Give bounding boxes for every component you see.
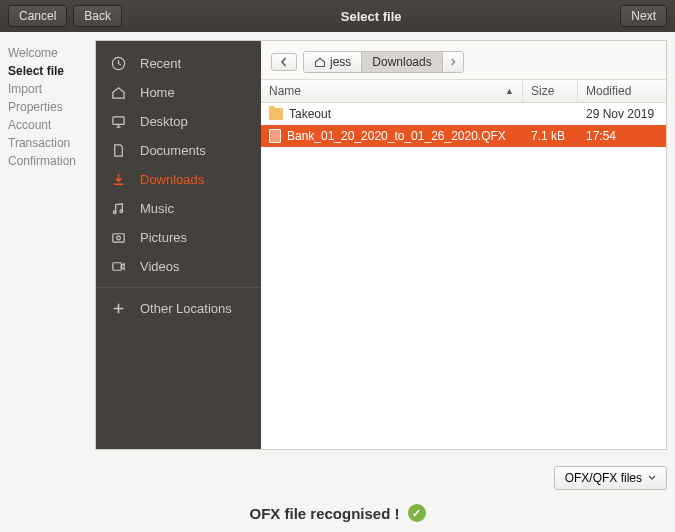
place-label: Desktop	[140, 114, 188, 129]
column-name[interactable]: Name ▲	[261, 80, 523, 102]
desktop-icon	[110, 114, 126, 129]
videos-icon	[110, 259, 126, 274]
svg-point-3	[119, 210, 122, 213]
chevron-down-icon	[648, 475, 656, 481]
folder-icon	[269, 108, 283, 120]
step-account: Account	[8, 116, 87, 134]
filter-label: OFX/QFX files	[565, 471, 642, 485]
step-confirmation: Confirmation	[8, 152, 87, 170]
breadcrumb: jess Downloads	[303, 51, 464, 73]
back-button[interactable]: Back	[73, 5, 122, 27]
chevron-right-icon	[449, 57, 457, 67]
column-modified[interactable]: Modified	[578, 80, 666, 102]
clock-icon	[110, 56, 126, 71]
place-music[interactable]: Music	[96, 194, 261, 223]
crumb-forward[interactable]	[443, 52, 463, 72]
column-size[interactable]: Size	[523, 80, 578, 102]
place-label: Downloads	[140, 172, 204, 187]
path-back-button[interactable]	[271, 53, 297, 71]
place-downloads[interactable]: Downloads	[96, 165, 261, 194]
file-chooser: Recent Home Desktop Documents Downloads	[95, 40, 667, 450]
crumb-home-label: jess	[330, 55, 351, 69]
svg-rect-4	[112, 234, 123, 242]
column-name-label: Name	[269, 84, 301, 98]
place-documents[interactable]: Documents	[96, 136, 261, 165]
place-recent[interactable]: Recent	[96, 49, 261, 78]
file-size: 7.1 kB	[523, 127, 578, 145]
music-icon	[110, 201, 126, 216]
place-other-locations[interactable]: Other Locations	[96, 294, 261, 323]
step-select-file: Select file	[8, 62, 87, 80]
place-label: Documents	[140, 143, 206, 158]
step-transaction: Transaction	[8, 134, 87, 152]
places-divider	[96, 287, 261, 288]
svg-rect-6	[112, 263, 120, 271]
place-desktop[interactable]: Desktop	[96, 107, 261, 136]
step-properties: Properties	[8, 98, 87, 116]
file-size	[523, 112, 578, 116]
file-modified: 17:54	[578, 127, 666, 145]
home-icon	[110, 85, 126, 100]
sort-ascending-icon: ▲	[505, 86, 514, 96]
place-label: Music	[140, 201, 174, 216]
file-filter-dropdown[interactable]: OFX/QFX files	[554, 466, 667, 490]
file-row-folder[interactable]: Takeout 29 Nov 2019	[261, 103, 666, 125]
crumb-downloads[interactable]: Downloads	[362, 52, 442, 72]
pathbar: jess Downloads	[261, 41, 666, 80]
crumb-home[interactable]: jess	[304, 52, 362, 72]
file-icon	[269, 129, 281, 143]
check-icon: ✓	[408, 504, 426, 522]
svg-point-2	[113, 211, 116, 214]
pictures-icon	[110, 230, 126, 245]
home-icon	[314, 56, 326, 68]
wizard-steps: Welcome Select file Import Properties Ac…	[0, 32, 95, 458]
cancel-button[interactable]: Cancel	[8, 5, 67, 27]
place-videos[interactable]: Videos	[96, 252, 261, 281]
window-title: Select file	[128, 9, 614, 24]
status-line: OFX file recognised ! ✓	[0, 498, 675, 532]
place-home[interactable]: Home	[96, 78, 261, 107]
step-welcome: Welcome	[8, 44, 87, 62]
titlebar: Cancel Back Select file Next	[0, 0, 675, 32]
file-name: Bank_01_20_2020_to_01_26_2020.QFX	[287, 129, 506, 143]
bottom-bar: OFX/QFX files	[0, 458, 675, 498]
place-pictures[interactable]: Pictures	[96, 223, 261, 252]
place-label: Home	[140, 85, 175, 100]
place-label: Recent	[140, 56, 181, 71]
file-row-selected[interactable]: Bank_01_20_2020_to_01_26_2020.QFX 7.1 kB…	[261, 125, 666, 147]
content-area: Welcome Select file Import Properties Ac…	[0, 32, 675, 458]
svg-rect-1	[112, 117, 123, 125]
crumb-label: Downloads	[372, 55, 431, 69]
file-list: Name ▲ Size Modified Takeout 29 Nov 2019	[261, 80, 666, 449]
chevron-left-icon	[279, 57, 289, 67]
place-label: Pictures	[140, 230, 187, 245]
places-sidebar: Recent Home Desktop Documents Downloads	[96, 41, 261, 449]
next-button[interactable]: Next	[620, 5, 667, 27]
svg-point-5	[116, 236, 120, 240]
documents-icon	[110, 143, 126, 158]
file-area: jess Downloads Name ▲	[261, 41, 666, 449]
file-list-header: Name ▲ Size Modified	[261, 80, 666, 103]
download-icon	[110, 172, 126, 187]
place-label: Other Locations	[140, 301, 232, 316]
step-import: Import	[8, 80, 87, 98]
file-modified: 29 Nov 2019	[578, 105, 666, 123]
file-name: Takeout	[289, 107, 331, 121]
plus-icon	[110, 301, 126, 316]
status-text: OFX file recognised !	[249, 505, 399, 522]
place-label: Videos	[140, 259, 180, 274]
